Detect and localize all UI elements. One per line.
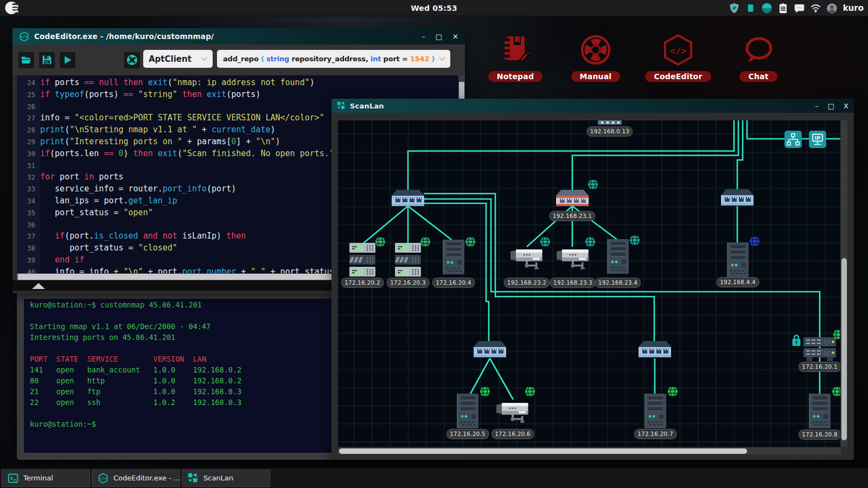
ip-label[interactable]: 172.16.20.8 bbox=[799, 429, 840, 440]
clipboard-icon[interactable] bbox=[777, 3, 789, 14]
network-link bbox=[362, 206, 408, 244]
device-tower-192.168.23.4[interactable] bbox=[607, 239, 629, 274]
device-switch-blue[interactable] bbox=[639, 341, 671, 357]
ip-label[interactable]: 192.168.0.13 bbox=[586, 126, 633, 137]
maximize-button[interactable]: □ bbox=[828, 102, 834, 110]
taskbar: TerminalCodeEditor.exe - …ScanLan bbox=[0, 467, 868, 488]
top-status-bar: Wed 05:53 kuro bbox=[0, 0, 868, 16]
ip-label[interactable]: 192.168.23.1 bbox=[549, 211, 595, 221]
desktop-icon-chat[interactable]: Chat bbox=[718, 34, 799, 82]
internet-globe-icon bbox=[420, 237, 430, 247]
ip-label[interactable]: 192.168.23.2 bbox=[503, 278, 550, 288]
device-icon-ip[interactable] bbox=[809, 131, 826, 148]
ip-label[interactable]: 192.168.23.4 bbox=[595, 278, 641, 288]
code-editor-title: CodeEditor.exe - /home/kuro/customnmap/ bbox=[34, 32, 214, 41]
wifi-icon[interactable] bbox=[810, 3, 821, 14]
terminal-icon bbox=[8, 473, 18, 484]
class-dropdown-value: AptClient bbox=[149, 54, 192, 64]
code-line-24: 24if ports == null then exit("nmap: ip a… bbox=[40, 77, 458, 89]
codeeditor-icon bbox=[98, 473, 108, 484]
manual-icon bbox=[555, 34, 636, 68]
taskbar-item-label: CodeEditor.exe - … bbox=[113, 474, 180, 482]
expand-console-button[interactable] bbox=[32, 283, 45, 289]
desktop-icon-label: Chat bbox=[739, 71, 777, 82]
code-editor-titlebar[interactable]: CodeEditor.exe - /home/kuro/customnmap/ … bbox=[12, 28, 465, 44]
ip-label[interactable]: 172.16.20.4 bbox=[432, 278, 475, 288]
internet-globe-icon bbox=[375, 237, 385, 247]
map-vertical-scrollbar[interactable] bbox=[841, 120, 847, 447]
device-rack-172.16.20.2[interactable] bbox=[349, 243, 375, 277]
taskbar-item-label: ScanLan bbox=[203, 474, 233, 482]
disk-usage-icon[interactable] bbox=[761, 3, 773, 14]
ip-label[interactable]: 192.168.23.3 bbox=[550, 278, 596, 288]
code-editor-icon bbox=[19, 31, 29, 42]
network-map[interactable]: 192.168.0.13192.168.23.1172.16.20.2172.1… bbox=[338, 120, 840, 447]
chat-icon bbox=[718, 34, 799, 68]
desktop-icon-manual[interactable]: Manual bbox=[555, 34, 636, 82]
device-camera-192.168.23.3[interactable] bbox=[557, 249, 589, 269]
class-dropdown[interactable]: AptClient bbox=[143, 50, 213, 68]
device-icon-lan[interactable] bbox=[784, 131, 802, 148]
avatar[interactable] bbox=[826, 3, 838, 14]
device-tower-172.16.20.8[interactable] bbox=[809, 394, 831, 428]
desktop-icon-label: Manual bbox=[571, 71, 621, 82]
chevron-down-icon bbox=[439, 54, 445, 60]
minimize-button[interactable]: – bbox=[815, 102, 819, 110]
taskbar-item-codeeditor[interactable]: CodeEditor.exe - … bbox=[92, 470, 180, 487]
codeeditor-icon bbox=[637, 34, 719, 68]
battery-icon[interactable] bbox=[745, 3, 756, 14]
ip-label[interactable]: 172.16.20.6 bbox=[492, 429, 534, 439]
ip-label[interactable]: 172.16.20.2 bbox=[341, 278, 384, 288]
internet-globe-icon bbox=[588, 179, 598, 189]
ip-label[interactable]: 192.168.4.4 bbox=[717, 277, 760, 287]
ip-label[interactable]: 172.16.20.5 bbox=[446, 429, 489, 439]
network-link bbox=[424, 199, 820, 407]
device-camera-172.16.20.6[interactable] bbox=[496, 403, 528, 423]
desktop-icon-label: Notepad bbox=[488, 71, 542, 82]
device-switch-blue[interactable] bbox=[474, 341, 506, 357]
save-button[interactable] bbox=[39, 52, 55, 68]
taskbar-item-terminal[interactable]: Terminal bbox=[2, 470, 90, 487]
internet-globe-icon bbox=[630, 235, 640, 245]
internet-globe-icon bbox=[668, 387, 678, 396]
chat-bubble-icon[interactable] bbox=[794, 3, 805, 14]
taskbar-item-scanlan[interactable]: ScanLan bbox=[182, 470, 270, 487]
maximize-button[interactable]: □ bbox=[436, 33, 442, 40]
device-camera-192.168.23.2[interactable] bbox=[510, 249, 542, 269]
device-switch-blue[interactable] bbox=[721, 189, 754, 206]
device-switch-cut-192.168.0.13[interactable] bbox=[598, 120, 622, 125]
system-tray: kuro bbox=[729, 0, 864, 16]
close-button[interactable]: ✕ bbox=[452, 33, 458, 40]
device-tower-172.16.20.4[interactable] bbox=[443, 240, 464, 274]
signature-dropdown[interactable]: add_repo ( string repository_address, in… bbox=[217, 50, 450, 68]
notepad-icon bbox=[475, 34, 556, 68]
scanlan-window: ScanLan – □ X 192.168.0.13192.168.23.117… bbox=[331, 99, 854, 460]
ip-label[interactable]: 172.16.20.7 bbox=[634, 429, 677, 439]
lock-icon bbox=[793, 336, 801, 346]
open-file-button[interactable] bbox=[18, 52, 34, 68]
device-switch-blue[interactable] bbox=[392, 190, 424, 206]
scanlan-titlebar[interactable]: ScanLan – □ X bbox=[331, 99, 854, 113]
internet-globe-icon bbox=[585, 237, 595, 247]
map-horizontal-scrollbar[interactable] bbox=[338, 448, 841, 454]
device-tower-172.16.20.5[interactable] bbox=[457, 394, 478, 428]
minimize-button[interactable]: – bbox=[422, 33, 425, 40]
device-tower-192.168.4.4[interactable] bbox=[727, 242, 749, 277]
desktop-icon-notepad[interactable]: Notepad bbox=[475, 34, 556, 82]
username[interactable]: kuro bbox=[843, 3, 864, 13]
device-rack-172.16.20.3[interactable] bbox=[395, 243, 421, 277]
ip-label[interactable]: 172.16.20.1 bbox=[799, 362, 840, 372]
close-button[interactable]: X bbox=[844, 102, 848, 110]
internet-globe-icon bbox=[480, 387, 490, 396]
internet-globe-icon bbox=[750, 236, 760, 246]
run-button[interactable] bbox=[60, 52, 75, 68]
scanlan-icon bbox=[188, 473, 199, 484]
network-link bbox=[408, 206, 454, 241]
device-tower-172.16.20.7[interactable] bbox=[644, 394, 666, 428]
desktop-icon-codeeditor[interactable]: CodeEditor bbox=[637, 34, 719, 82]
code-editor-toolbar: AptClient add_repo ( string repository_a… bbox=[12, 44, 465, 75]
ip-label[interactable]: 172.16.20.3 bbox=[387, 278, 430, 288]
device-switch-red-192.168.23.1[interactable] bbox=[556, 190, 589, 206]
shield-check-icon[interactable] bbox=[729, 3, 740, 14]
api-help-button[interactable] bbox=[124, 52, 140, 68]
